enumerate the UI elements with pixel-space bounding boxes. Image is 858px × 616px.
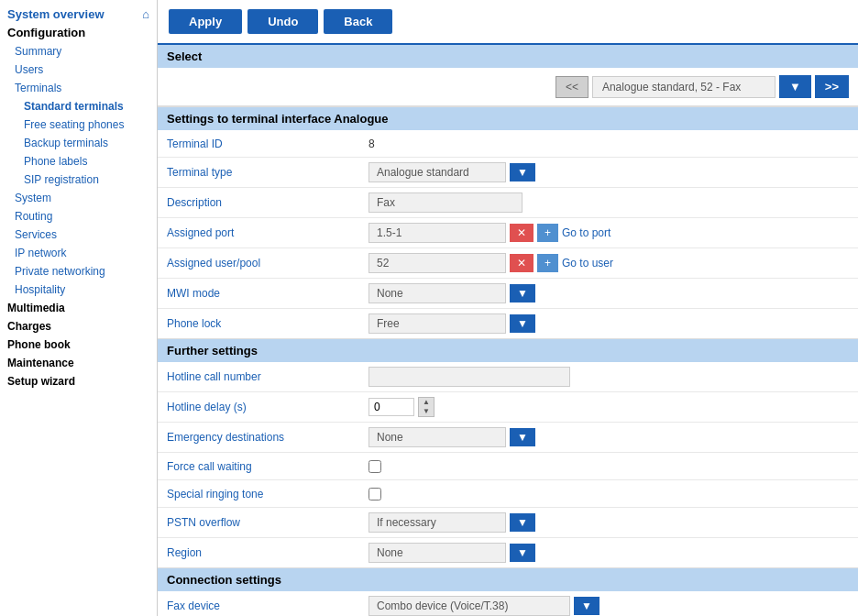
force-call-waiting-value bbox=[368, 460, 849, 473]
sidebar-item-free-seating-phones[interactable]: Free seating phones bbox=[0, 116, 157, 134]
connection-section-header: Connection settings bbox=[158, 568, 858, 591]
field-emergency-destinations: Emergency destinations None ▼ bbox=[158, 423, 858, 453]
emergency-destinations-value: None ▼ bbox=[368, 427, 849, 447]
terminal-type-label: Terminal type bbox=[167, 166, 368, 179]
sidebar-item-private-networking[interactable]: Private networking bbox=[0, 262, 157, 280]
sidebar-item-routing[interactable]: Routing bbox=[0, 207, 157, 226]
terminal-type-dropdown[interactable]: ▼ bbox=[510, 163, 535, 182]
force-call-waiting-checkbox[interactable] bbox=[368, 460, 381, 473]
field-fax-device: Fax device Combo device (Voice/T.38) ▼ bbox=[158, 591, 858, 616]
go-to-port-link[interactable]: Go to port bbox=[562, 226, 610, 239]
sidebar-item-maintenance[interactable]: Maintenance bbox=[0, 354, 157, 372]
hotline-call-number-value bbox=[368, 367, 849, 387]
main-content: Apply Undo Back Select << Analogue stand… bbox=[158, 0, 858, 616]
field-assigned-user: Assigned user/pool 52 ✕ + Go to user bbox=[158, 248, 858, 279]
assigned-port-label: Assigned port bbox=[167, 226, 368, 239]
region-dropdown[interactable]: ▼ bbox=[510, 544, 535, 562]
terminal-type-input: Analogue standard bbox=[368, 162, 506, 182]
pstn-overflow-input: If necessary bbox=[368, 512, 506, 533]
sidebar-item-charges[interactable]: Charges bbox=[0, 317, 157, 336]
sidebar-item-services[interactable]: Services bbox=[0, 226, 157, 244]
sidebar-item-terminals[interactable]: Terminals bbox=[0, 79, 157, 97]
undo-button[interactable]: Undo bbox=[248, 9, 318, 34]
hotline-delay-value: ▲ ▼ bbox=[368, 397, 849, 417]
back-button[interactable]: Back bbox=[324, 9, 392, 34]
select-section-header: Select bbox=[158, 45, 858, 68]
sidebar-item-phone-book[interactable]: Phone book bbox=[0, 336, 157, 354]
down-arrow-icon: ▼ bbox=[423, 408, 430, 415]
region-input: None bbox=[368, 543, 506, 563]
description-input[interactable] bbox=[368, 192, 522, 213]
toolbar: Apply Undo Back bbox=[158, 0, 858, 45]
assigned-user-remove-button[interactable]: ✕ bbox=[510, 254, 534, 272]
fax-device-label: Fax device bbox=[167, 600, 368, 612]
terminal-id-static: 8 bbox=[368, 138, 375, 150]
field-terminal-id: Terminal ID 8 bbox=[158, 130, 858, 158]
system-overview-label[interactable]: System overview bbox=[7, 7, 104, 21]
field-hotline-call-number: Hotline call number bbox=[158, 362, 858, 392]
up-arrow-icon: ▲ bbox=[423, 399, 430, 406]
sidebar-item-sip-registration[interactable]: SIP registration bbox=[0, 170, 157, 189]
force-call-waiting-label: Force call waiting bbox=[167, 460, 368, 473]
sidebar-item-phone-labels[interactable]: Phone labels bbox=[0, 152, 157, 170]
connection-section: Connection settings Fax device Combo dev… bbox=[158, 568, 858, 616]
assigned-port-add-button[interactable]: + bbox=[537, 224, 558, 242]
hotline-delay-spinner[interactable]: ▲ ▼ bbox=[418, 397, 434, 417]
hotline-call-number-input[interactable] bbox=[368, 367, 570, 387]
fax-device-value: Combo device (Voice/T.38) ▼ bbox=[368, 596, 849, 616]
sidebar-item-multimedia[interactable]: Multimedia bbox=[0, 299, 157, 317]
select-display: Analogue standard, 52 - Fax bbox=[592, 76, 776, 98]
assigned-user-add-button[interactable]: + bbox=[537, 254, 558, 272]
special-ringing-tone-label: Special ringing tone bbox=[167, 488, 368, 500]
sidebar-item-backup-terminals[interactable]: Backup terminals bbox=[0, 134, 157, 152]
further-section: Further settings Hotline call number Hot… bbox=[158, 339, 858, 568]
terminal-id-value: 8 bbox=[368, 138, 849, 150]
pstn-overflow-label: PSTN overflow bbox=[167, 516, 368, 529]
emergency-destinations-dropdown[interactable]: ▼ bbox=[510, 428, 535, 446]
dropdown-select-button[interactable]: ▼ bbox=[779, 75, 811, 98]
assigned-port-remove-button[interactable]: ✕ bbox=[510, 224, 534, 242]
sidebar-item-setup-wizard[interactable]: Setup wizard bbox=[0, 372, 157, 390]
select-bar: << Analogue standard, 52 - Fax ▼ >> bbox=[158, 68, 858, 106]
field-assigned-port: Assigned port 1.5-1 ✕ + Go to port bbox=[158, 218, 858, 248]
assigned-user-value: 52 ✕ + Go to user bbox=[368, 253, 849, 273]
emergency-destinations-label: Emergency destinations bbox=[167, 431, 368, 444]
emergency-destinations-input: None bbox=[368, 427, 506, 447]
hotline-delay-input[interactable] bbox=[368, 398, 414, 416]
pstn-overflow-value: If necessary ▼ bbox=[368, 512, 849, 533]
phone-lock-dropdown[interactable]: ▼ bbox=[510, 314, 535, 333]
special-ringing-tone-value bbox=[368, 488, 849, 500]
sidebar-item-users[interactable]: Users bbox=[0, 60, 157, 79]
terminal-id-label: Terminal ID bbox=[167, 138, 368, 150]
sidebar-item-ip-network[interactable]: IP network bbox=[0, 244, 157, 262]
field-description: Description bbox=[158, 188, 858, 218]
field-terminal-type: Terminal type Analogue standard ▼ bbox=[158, 158, 858, 188]
next-button[interactable]: >> bbox=[815, 75, 849, 98]
assigned-port-value: 1.5-1 ✕ + Go to port bbox=[368, 223, 849, 243]
sidebar-header: System overview ⌂ bbox=[0, 4, 157, 23]
further-section-header: Further settings bbox=[158, 339, 858, 362]
sidebar-item-standard-terminals[interactable]: Standard terminals bbox=[0, 97, 157, 116]
pstn-overflow-dropdown[interactable]: ▼ bbox=[510, 513, 535, 532]
mwi-mode-dropdown[interactable]: ▼ bbox=[510, 284, 535, 302]
description-value bbox=[368, 192, 849, 213]
region-label: Region bbox=[167, 546, 368, 559]
special-ringing-tone-checkbox[interactable] bbox=[368, 488, 381, 500]
phone-lock-label: Phone lock bbox=[167, 317, 368, 330]
apply-button[interactable]: Apply bbox=[169, 9, 242, 34]
field-hotline-delay: Hotline delay (s) ▲ ▼ bbox=[158, 392, 858, 423]
mwi-mode-label: MWI mode bbox=[167, 287, 368, 300]
mwi-mode-value: None ▼ bbox=[368, 283, 849, 303]
fax-device-dropdown[interactable]: ▼ bbox=[574, 597, 600, 615]
home-icon[interactable]: ⌂ bbox=[142, 7, 149, 21]
sidebar-item-summary[interactable]: Summary bbox=[0, 42, 157, 60]
go-to-user-link[interactable]: Go to user bbox=[562, 257, 613, 270]
field-pstn-overflow: PSTN overflow If necessary ▼ bbox=[158, 508, 858, 538]
sidebar-item-system[interactable]: System bbox=[0, 189, 157, 207]
prev-button[interactable]: << bbox=[556, 76, 588, 98]
field-special-ringing-tone: Special ringing tone bbox=[158, 480, 858, 508]
configuration-label: Configuration bbox=[0, 23, 157, 42]
field-force-call-waiting: Force call waiting bbox=[158, 453, 858, 480]
sidebar-item-hospitality[interactable]: Hospitality bbox=[0, 280, 157, 299]
hotline-call-number-label: Hotline call number bbox=[167, 370, 368, 383]
